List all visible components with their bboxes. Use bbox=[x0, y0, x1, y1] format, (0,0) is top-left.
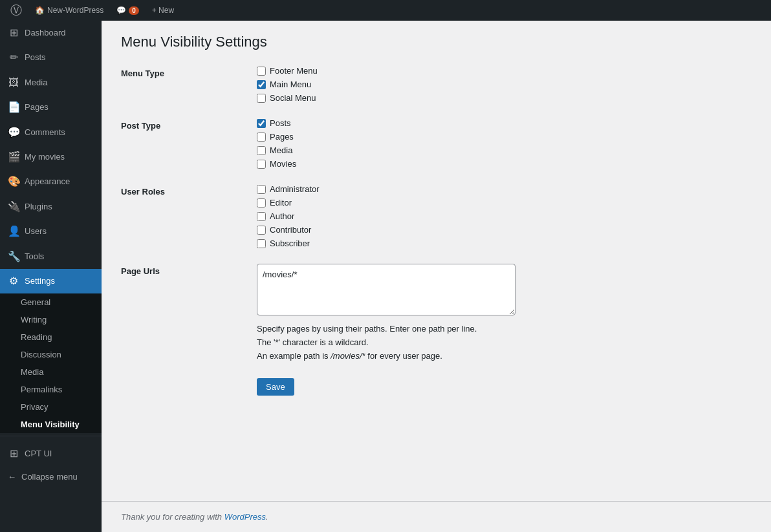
pages-icon: 📄 bbox=[8, 100, 19, 114]
contributor-role-label: Contributor bbox=[270, 225, 311, 235]
posts-type-item[interactable]: Posts bbox=[257, 118, 752, 128]
posts-type-label: Posts bbox=[270, 118, 291, 128]
media-type-item[interactable]: Media bbox=[257, 145, 752, 155]
site-name-link[interactable]: 🏠 New-WordPress bbox=[30, 0, 109, 21]
contributor-role-checkbox[interactable] bbox=[257, 226, 266, 235]
submenu-writing[interactable]: Writing bbox=[0, 311, 102, 328]
main-menu-item[interactable]: Main Menu bbox=[257, 80, 752, 89]
save-button[interactable]: Save bbox=[257, 378, 294, 396]
tools-icon: 🔧 bbox=[8, 250, 19, 264]
editor-role-item[interactable]: Editor bbox=[257, 198, 752, 207]
sidebar-label: Media bbox=[25, 77, 47, 89]
save-row: Save bbox=[121, 378, 752, 396]
sidebar: ⊞ Dashboard ✏ Posts 🖼 Media 📄 Pages 💬 Co… bbox=[0, 21, 102, 532]
post-type-field: Posts Pages Media Movies bbox=[257, 118, 752, 169]
sidebar-item-settings[interactable]: ⚙ Settings bbox=[0, 269, 102, 293]
post-type-checkboxes: Posts Pages Media Movies bbox=[257, 118, 752, 169]
sidebar-item-dashboard[interactable]: ⊞ Dashboard bbox=[0, 21, 102, 45]
sidebar-item-posts[interactable]: ✏ Posts bbox=[0, 45, 102, 70]
media-type-checkbox[interactable] bbox=[257, 146, 266, 155]
pages-type-checkbox[interactable] bbox=[257, 133, 266, 142]
submenu-menu-visibility[interactable]: Menu Visibility bbox=[0, 416, 102, 433]
user-roles-row: User Roles Administrator Editor bbox=[121, 184, 752, 248]
sidebar-item-plugins[interactable]: 🔌 Plugins bbox=[0, 195, 102, 219]
posts-type-checkbox[interactable] bbox=[257, 119, 266, 128]
sidebar-item-pages[interactable]: 📄 Pages bbox=[0, 95, 102, 120]
comment-icon: 💬 bbox=[116, 6, 126, 15]
sidebar-item-media[interactable]: 🖼 Media bbox=[0, 70, 102, 95]
movies-type-label: Movies bbox=[270, 159, 296, 169]
page-urls-textarea[interactable]: /movies/* bbox=[257, 264, 516, 315]
dashboard-icon: ⊞ bbox=[8, 26, 19, 40]
users-icon: 👤 bbox=[8, 224, 19, 239]
sidebar-label: Pages bbox=[25, 101, 49, 113]
pages-type-item[interactable]: Pages bbox=[257, 132, 752, 142]
new-label: + New bbox=[152, 6, 174, 15]
social-menu-checkbox[interactable] bbox=[257, 94, 266, 103]
top-bar: Ⓥ 🏠 New-WordPress 💬 0 + New bbox=[0, 0, 771, 21]
submenu-media[interactable]: Media bbox=[0, 363, 102, 381]
settings-icon: ⚙ bbox=[8, 274, 19, 288]
sidebar-label: Tools bbox=[25, 251, 44, 262]
sidebar-item-users[interactable]: 👤 Users bbox=[0, 219, 102, 244]
settings-submenu: General Writing Reading Discussion Media… bbox=[0, 293, 102, 433]
new-link[interactable]: + New bbox=[147, 0, 179, 21]
user-roles-field: Administrator Editor Author Contrib bbox=[257, 184, 752, 248]
collapse-icon: ← bbox=[8, 472, 16, 482]
page-urls-label: Page Urls bbox=[121, 264, 257, 276]
menu-type-checkboxes: Footer Menu Main Menu Social Menu bbox=[257, 66, 752, 103]
cpt-ui-icon: ⊞ bbox=[8, 447, 19, 461]
textarea-help: Specify pages by using their paths. Ente… bbox=[257, 323, 752, 363]
administrator-role-checkbox[interactable] bbox=[257, 185, 266, 194]
help-suffix: for every user page. bbox=[365, 351, 442, 361]
site-name: New-WordPress bbox=[47, 6, 103, 15]
footer-text-after: . bbox=[266, 512, 268, 522]
social-menu-label: Social Menu bbox=[270, 93, 316, 103]
wp-logo[interactable]: Ⓥ bbox=[5, 0, 27, 21]
sidebar-item-cpt-ui[interactable]: ⊞ CPT UI bbox=[0, 442, 102, 466]
sidebar-label: Comments bbox=[25, 127, 65, 138]
movies-type-checkbox[interactable] bbox=[257, 160, 266, 169]
menu-type-row: Menu Type Footer Menu Main Menu bbox=[121, 66, 752, 103]
editor-role-label: Editor bbox=[270, 198, 292, 207]
sidebar-label: My movies bbox=[25, 151, 65, 163]
main-menu-checkbox[interactable] bbox=[257, 80, 266, 89]
my-movies-icon: 🎬 bbox=[8, 150, 19, 164]
subscriber-role-item[interactable]: Subscriber bbox=[257, 239, 752, 248]
subscriber-role-checkbox[interactable] bbox=[257, 239, 266, 248]
footer-text-before: Thank you for creating with bbox=[121, 512, 224, 522]
post-type-row: Post Type Posts Pages Media bbox=[121, 118, 752, 169]
submenu-discussion[interactable]: Discussion bbox=[0, 346, 102, 363]
collapse-menu-button[interactable]: ← Collapse menu bbox=[0, 467, 102, 487]
appearance-icon: 🎨 bbox=[8, 175, 19, 189]
submenu-permalinks[interactable]: Permalinks bbox=[0, 381, 102, 398]
collapse-label: Collapse menu bbox=[21, 472, 78, 482]
author-role-checkbox[interactable] bbox=[257, 212, 266, 221]
plugins-icon: 🔌 bbox=[8, 200, 19, 214]
submenu-general[interactable]: General bbox=[0, 293, 102, 311]
comments-icon: 💬 bbox=[8, 125, 19, 140]
movies-type-item[interactable]: Movies bbox=[257, 159, 752, 169]
comments-link[interactable]: 💬 0 bbox=[111, 0, 144, 21]
save-field: Save bbox=[257, 378, 752, 396]
subscriber-role-label: Subscriber bbox=[270, 239, 310, 248]
sidebar-label: Dashboard bbox=[25, 27, 66, 39]
submenu-privacy[interactable]: Privacy bbox=[0, 398, 102, 416]
editor-role-checkbox[interactable] bbox=[257, 198, 266, 207]
sidebar-item-tools[interactable]: 🔧 Tools bbox=[0, 244, 102, 269]
administrator-role-item[interactable]: Administrator bbox=[257, 184, 752, 194]
sidebar-item-comments[interactable]: 💬 Comments bbox=[0, 120, 102, 145]
contributor-role-item[interactable]: Contributor bbox=[257, 225, 752, 235]
media-icon: 🖼 bbox=[8, 76, 19, 90]
page-urls-field: /movies/* Specify pages by using their p… bbox=[257, 264, 752, 363]
social-menu-item[interactable]: Social Menu bbox=[257, 93, 752, 103]
submenu-reading[interactable]: Reading bbox=[0, 328, 102, 346]
footer-menu-item[interactable]: Footer Menu bbox=[257, 66, 752, 76]
menu-type-label: Menu Type bbox=[121, 66, 257, 78]
wordpress-link[interactable]: WordPress bbox=[224, 512, 266, 522]
sidebar-item-appearance[interactable]: 🎨 Appearance bbox=[0, 169, 102, 194]
sidebar-label: CPT UI bbox=[25, 448, 52, 460]
footer-menu-checkbox[interactable] bbox=[257, 67, 266, 76]
author-role-item[interactable]: Author bbox=[257, 211, 752, 221]
sidebar-item-my-movies[interactable]: 🎬 My movies bbox=[0, 145, 102, 169]
